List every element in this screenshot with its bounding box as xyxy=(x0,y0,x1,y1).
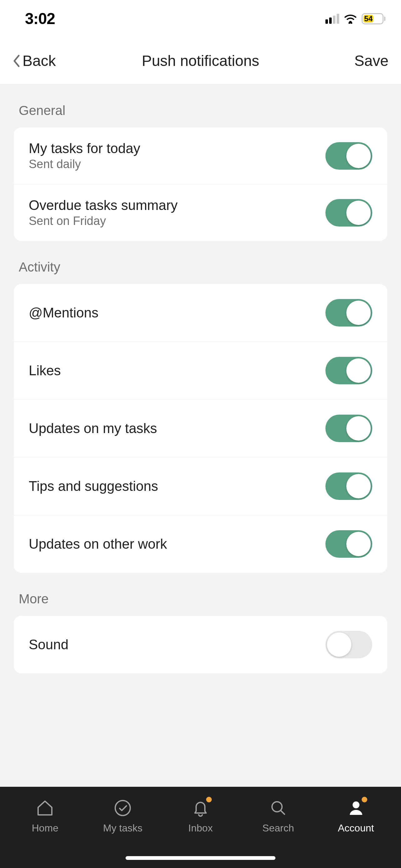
row-my-tasks-today: My tasks for today Sent daily xyxy=(14,127,387,184)
toggle-updates-my-tasks[interactable] xyxy=(326,415,372,442)
section-header-activity: Activity xyxy=(0,250,401,281)
row-overdue-summary: Overdue tasks summary Sent on Friday xyxy=(14,184,387,241)
row-title: Sound xyxy=(29,637,68,652)
status-indicators: 54 xyxy=(326,13,386,24)
svg-point-1 xyxy=(115,801,130,815)
tab-label: Account xyxy=(338,823,374,834)
toggle-my-tasks-today[interactable] xyxy=(326,142,372,170)
person-icon xyxy=(346,798,366,818)
status-bar: 3:02 54 xyxy=(0,0,401,37)
tab-search[interactable]: Search xyxy=(244,798,312,834)
row-title: @Mentions xyxy=(29,305,98,320)
row-title: Updates on other work xyxy=(29,536,167,552)
row-title: Updates on my tasks xyxy=(29,421,157,436)
row-title: Likes xyxy=(29,363,61,378)
svg-point-0 xyxy=(349,21,352,24)
tab-label: Search xyxy=(262,823,294,834)
tab-home[interactable]: Home xyxy=(11,798,79,834)
page-title: Push notifications xyxy=(142,52,259,69)
card-activity: @Mentions Likes Updates on my tasks Tips… xyxy=(14,284,387,573)
tab-account[interactable]: Account xyxy=(322,798,390,834)
tab-my-tasks[interactable]: My tasks xyxy=(89,798,157,834)
save-button[interactable]: Save xyxy=(355,52,389,69)
home-icon xyxy=(35,798,55,818)
toggle-likes[interactable] xyxy=(326,357,372,384)
row-updates-my-tasks: Updates on my tasks xyxy=(14,400,387,458)
cellular-signal-icon xyxy=(326,14,339,24)
toggle-overdue-summary[interactable] xyxy=(326,199,372,226)
battery-percentage: 54 xyxy=(364,15,373,23)
back-button[interactable]: Back xyxy=(12,52,56,69)
back-label: Back xyxy=(23,52,56,69)
home-indicator[interactable] xyxy=(126,856,275,860)
toggle-tips[interactable] xyxy=(326,472,372,500)
tab-label: Home xyxy=(32,823,58,834)
section-header-more: More xyxy=(0,582,401,613)
row-title: Overdue tasks summary xyxy=(29,197,178,213)
row-mentions: @Mentions xyxy=(14,284,387,342)
tab-label: My tasks xyxy=(103,823,142,834)
toggle-updates-other[interactable] xyxy=(326,530,372,558)
toggle-mentions[interactable] xyxy=(326,299,372,327)
card-general: My tasks for today Sent daily Overdue ta… xyxy=(14,127,387,241)
content-scroll[interactable]: General My tasks for today Sent daily Ov… xyxy=(0,84,401,787)
row-subtitle: Sent on Friday xyxy=(29,214,178,228)
svg-point-4 xyxy=(353,801,360,808)
svg-line-3 xyxy=(281,810,285,814)
notification-badge xyxy=(362,797,367,802)
notification-badge xyxy=(206,797,212,802)
battery-indicator: 54 xyxy=(362,13,386,24)
tab-inbox[interactable]: Inbox xyxy=(166,798,235,834)
nav-header: Back Push notifications Save xyxy=(0,37,401,84)
row-sound: Sound xyxy=(14,616,387,673)
bell-icon xyxy=(191,798,210,818)
row-likes: Likes xyxy=(14,342,387,400)
search-icon xyxy=(268,798,288,818)
chevron-left-icon xyxy=(12,54,21,67)
row-subtitle: Sent daily xyxy=(29,157,140,171)
row-tips: Tips and suggestions xyxy=(14,458,387,515)
card-more: Sound xyxy=(14,616,387,673)
check-circle-icon xyxy=(113,798,133,818)
status-time: 3:02 xyxy=(25,10,55,28)
section-header-general: General xyxy=(0,94,401,124)
toggle-sound[interactable] xyxy=(326,631,372,658)
row-title: My tasks for today xyxy=(29,141,140,156)
tab-label: Inbox xyxy=(188,823,213,834)
row-updates-other: Updates on other work xyxy=(14,515,387,573)
wifi-icon xyxy=(343,14,357,24)
row-title: Tips and suggestions xyxy=(29,478,158,494)
tab-bar: Home My tasks Inbox Search Account xyxy=(0,787,401,868)
